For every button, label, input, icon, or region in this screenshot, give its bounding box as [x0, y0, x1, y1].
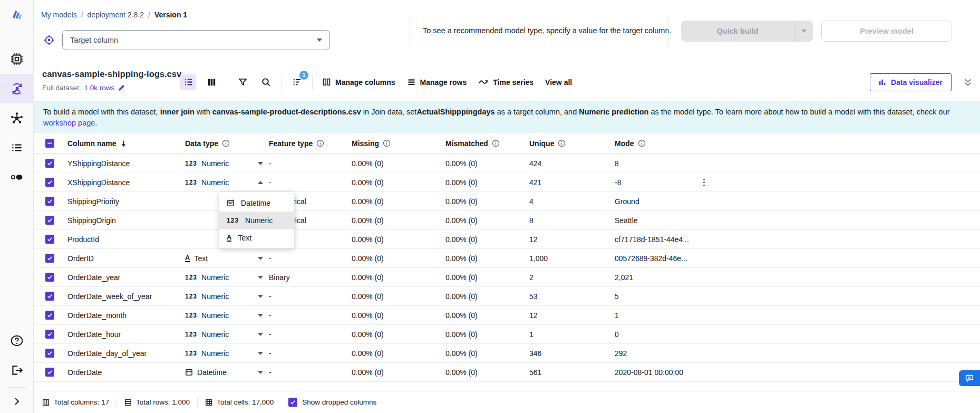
cell-mode: 2020-08-01 00:00:00 — [615, 368, 699, 377]
cell-unique: 424 — [529, 159, 615, 168]
quick-build-dropdown-button[interactable] — [794, 21, 813, 42]
chevron-up-icon — [258, 181, 263, 184]
data-type-label: Text — [194, 254, 208, 263]
table-row: OrderDate Datetime - 0.00% (0) 0.00% (0)… — [34, 363, 980, 382]
bar-chart-icon — [879, 79, 886, 86]
indeterminate-icon — [47, 140, 53, 146]
rows-count-link[interactable]: 1.0k rows — [84, 84, 115, 92]
data-type-select[interactable]: 123Numeric — [185, 349, 263, 358]
menu-item-label: Numeric — [245, 216, 273, 225]
info-icon[interactable] — [316, 139, 324, 147]
sidebar-item-hub[interactable] — [0, 103, 34, 133]
list-view-button[interactable] — [180, 74, 196, 90]
columns-grid-icon — [42, 399, 50, 406]
cell-unique: 4 — [529, 197, 615, 206]
grid-view-button[interactable] — [203, 74, 219, 90]
preview-model-button[interactable]: Preview model — [821, 21, 952, 42]
data-visualizer-button[interactable]: Data visualizer — [870, 73, 952, 91]
chevron-down-icon — [258, 295, 263, 298]
quick-build-button[interactable]: Quick build — [681, 21, 813, 42]
row-checkbox[interactable] — [45, 349, 54, 358]
manage-columns-button[interactable]: Manage columns — [320, 74, 397, 90]
view-all-button[interactable]: View all — [543, 75, 574, 90]
data-type-select[interactable]: 123Numeric — [185, 292, 263, 301]
check-icon — [47, 331, 53, 337]
row-checkbox[interactable] — [45, 273, 54, 282]
help-button[interactable] — [0, 326, 34, 356]
row-checkbox[interactable] — [45, 330, 54, 339]
double-chevron-down-icon[interactable] — [963, 78, 973, 87]
edit-pencil-icon[interactable] — [118, 84, 125, 92]
target-column-select[interactable]: Target column — [62, 30, 330, 50]
sidebar-item-automl[interactable] — [0, 74, 34, 103]
manage-rows-label: Manage rows — [420, 78, 467, 87]
cell-missing: 0.00% (0) — [352, 216, 445, 225]
data-type-select[interactable]: 123Numeric — [185, 330, 263, 339]
menu-item-datetime[interactable]: Datetime — [219, 194, 294, 212]
row-checkbox[interactable] — [45, 216, 54, 225]
cell-mismatched: 0.00% (0) — [445, 330, 529, 339]
header-column-name[interactable]: Column name — [67, 139, 185, 148]
app-logo[interactable] — [0, 0, 34, 30]
cell-mismatched: 0.00% (0) — [445, 235, 529, 244]
expand-sidebar-button[interactable] — [0, 390, 34, 413]
numeric-type-icon: 123 — [185, 312, 197, 319]
sidebar-item-chip[interactable] — [0, 44, 34, 74]
cell-unique: 8 — [529, 216, 615, 225]
chevron-down-icon — [258, 333, 263, 336]
row-checkbox[interactable] — [45, 311, 54, 320]
row-actions-kebab-button[interactable] — [699, 179, 709, 186]
data-type-select[interactable]: 123Numeric — [185, 178, 263, 187]
info-icon[interactable] — [558, 139, 566, 147]
target-column-placeholder: Target column — [70, 36, 118, 44]
search-button[interactable] — [258, 74, 274, 90]
data-visualizer-label: Data visualizer — [891, 78, 943, 87]
numeric-type-icon: 123 — [185, 160, 197, 167]
data-type-select[interactable]: 123Numeric — [185, 159, 263, 168]
banner-bold: Numeric prediction — [579, 108, 648, 116]
info-icon[interactable] — [492, 139, 500, 147]
header-mismatched: Mismatched — [445, 139, 529, 148]
row-checkbox[interactable] — [45, 235, 54, 244]
sidebar-item-dots[interactable] — [0, 162, 34, 192]
chat-widget-button[interactable] — [959, 370, 980, 386]
data-type-select[interactable]: Datetime — [185, 368, 263, 377]
table-row: OrderDate_hour 123Numeric - 0.00% (0) 0.… — [34, 325, 980, 344]
row-checkbox[interactable] — [45, 178, 54, 187]
menu-item-numeric[interactable]: 123Numeric — [219, 212, 294, 229]
filter-button[interactable] — [235, 74, 250, 90]
data-type-label: Numeric — [201, 159, 229, 168]
data-type-select[interactable]: AText — [185, 254, 263, 263]
sort-button[interactable]: 1 — [289, 74, 305, 90]
sort-descending-icon — [120, 140, 127, 147]
cell-mode: -8 — [615, 178, 699, 187]
info-icon[interactable] — [383, 139, 391, 147]
menu-item-text[interactable]: AText — [219, 229, 294, 246]
info-icon[interactable] — [222, 139, 230, 147]
network-hub-icon — [10, 111, 24, 125]
workshop-page-link[interactable]: workshop page — [43, 119, 95, 127]
row-checkbox[interactable] — [45, 254, 54, 263]
info-icon[interactable] — [638, 139, 646, 147]
sidebar — [0, 0, 34, 413]
breadcrumb-deployment[interactable]: deployment 2.8.2 — [88, 11, 144, 19]
show-dropped-columns-checkbox[interactable] — [288, 398, 297, 407]
breadcrumb-my-models[interactable]: My models — [41, 11, 77, 19]
data-type-menu: Datetime 123Numeric AText — [219, 192, 294, 248]
row-checkbox[interactable] — [45, 197, 54, 206]
select-all-checkbox[interactable] — [45, 139, 54, 148]
numeric-type-icon: 123 — [185, 293, 197, 300]
time-series-button[interactable]: Time series — [476, 74, 536, 90]
cell-mismatched: 0.00% (0) — [445, 292, 529, 301]
data-type-select[interactable]: 123Numeric — [185, 311, 263, 320]
row-checkbox[interactable] — [45, 159, 54, 168]
row-checkbox[interactable] — [45, 368, 54, 377]
row-checkbox[interactable] — [45, 292, 54, 301]
data-type-select[interactable]: 123Numeric — [185, 273, 263, 282]
logout-button[interactable] — [0, 356, 34, 385]
breadcrumb: My models / deployment 2.8.2 / Version 1 — [41, 11, 187, 19]
manage-rows-button[interactable]: Manage rows — [405, 74, 469, 90]
sidebar-item-list[interactable] — [0, 133, 34, 162]
chevron-down-icon — [258, 257, 263, 260]
cell-mismatched: 0.00% (0) — [445, 178, 529, 187]
